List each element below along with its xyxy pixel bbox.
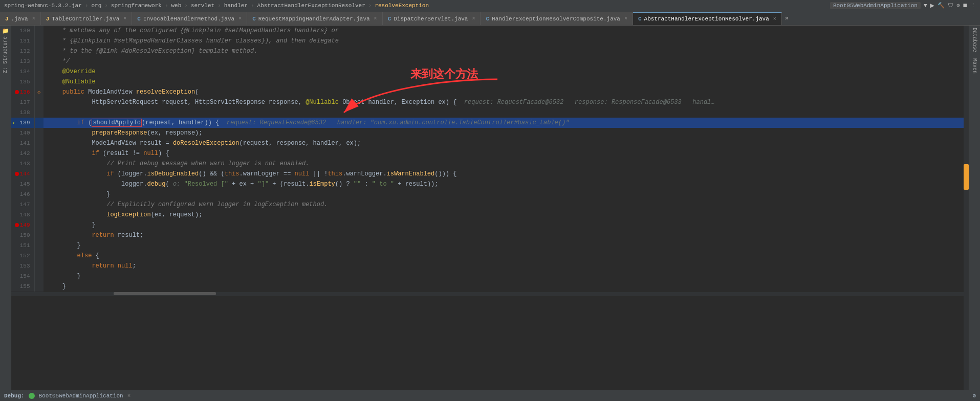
line-num-133: 133 (11, 56, 34, 66)
line-num-141: 141 (11, 138, 34, 148)
scrollbar-horizontal[interactable] (11, 292, 969, 296)
line-num-130: 130 (11, 26, 34, 36)
bc-springframework: springframework (111, 3, 162, 9)
code-line-144: if (logger.isDebugEnabled() && (this.war… (43, 169, 969, 179)
bc-servlet: servlet (191, 3, 214, 9)
debug-arrow-indicator: → (11, 119, 14, 127)
tab-he-close[interactable]: × (624, 16, 627, 21)
gutter-140 (34, 128, 43, 138)
debug-app-name: Boot05WebAdminApplication (39, 393, 123, 399)
debug-gear-button[interactable]: ⚙ (972, 392, 976, 399)
line-num-148: 148 (11, 210, 34, 220)
code-scroll[interactable]: 来到这个方法 130 * matches (11, 26, 969, 390)
top-bar: spring-webmvc-5.3.2.jar › org › springfr… (0, 0, 980, 11)
debug-bar: Debug: Boot05WebAdminApplication × ⚙ (0, 390, 980, 401)
gutter-146 (34, 189, 43, 199)
bc-class: AbstractHandlerExceptionResolver (257, 3, 365, 9)
line-num-153: 153 (11, 261, 34, 271)
tab-abstract-handler[interactable]: C AbstractHandlerExceptionResolver.java … (633, 12, 782, 25)
gutter-139 (34, 118, 43, 128)
tab-ah-close[interactable]: × (773, 16, 776, 22)
table-row: 146 } (11, 189, 969, 199)
bc-method: resolveException (375, 3, 429, 9)
project-icon[interactable]: 📁 (2, 28, 9, 34)
code-line-149: } (43, 220, 969, 230)
code-line-143: // Print debug message when warn logger … (43, 159, 969, 169)
build-button[interactable]: 🔨 (938, 2, 945, 9)
table-row: 136 ◇ public ModelAndView resolveExcepti… (11, 87, 969, 97)
tab-dispatcher[interactable]: C DispatcherServlet.java × (383, 12, 481, 25)
debug-close-button[interactable]: × (127, 393, 131, 399)
code-line-130: * matches any of the configured {@Linkpl… (43, 26, 969, 36)
run-controls: Boot05WebAdminApplication ▼ ▶ 🔨 🛡 ⚙ ■ ⋮ (830, 1, 976, 10)
tab-inv-icon: C (137, 16, 141, 22)
table-row: 154 } (11, 271, 969, 281)
table-row: 148 logException(ex, request); (11, 210, 969, 220)
gutter-130 (34, 26, 43, 36)
code-line-142: if (result != null) { (43, 148, 969, 159)
gutter-145 (34, 179, 43, 189)
scroll-indicator (964, 26, 969, 390)
tab-tc-label: TableController.java (52, 16, 119, 22)
line-num-149: 149 (11, 220, 34, 230)
tab-tc-close[interactable]: × (123, 16, 126, 21)
tab-inv-close[interactable]: × (238, 16, 242, 21)
code-line-140: prepareResponse(ex, response); (43, 128, 969, 138)
run-button[interactable]: ▶ (930, 1, 934, 10)
tab-invocable[interactable]: C InvocableHandlerMethod.java × (132, 12, 247, 25)
table-row: 145 logger.debug( o: "Resolved [" + ex +… (11, 179, 969, 189)
line-num-132: 132 (11, 46, 34, 56)
bc-web: web (171, 3, 182, 9)
code-line-150: return result; (43, 230, 969, 240)
tab-rm-close[interactable]: × (374, 16, 377, 21)
gutter-142 (34, 148, 43, 159)
left-sidebar: 📁 Z: Structure (0, 26, 11, 390)
table-row: 143 // Print debug message when warn log… (11, 159, 969, 169)
scrollbar-thumb-h[interactable] (114, 292, 216, 295)
settings-button[interactable]: ⚙ (956, 2, 960, 9)
tab-java[interactable]: J .java × (0, 12, 41, 25)
line-num-151: 151 (11, 240, 34, 251)
line-num-145: 145 (11, 179, 34, 189)
tab-ds-close[interactable]: × (472, 16, 475, 21)
code-line-152: else { (43, 251, 969, 261)
table-row: 132 * to the {@link #doResolveException}… (11, 46, 969, 56)
gutter-147 (34, 199, 43, 210)
line-num-150: 150 (11, 230, 34, 240)
code-line-133: */ (43, 56, 969, 66)
coverage-button[interactable]: 🛡 (948, 2, 953, 9)
gutter-133 (34, 56, 43, 66)
stop-button[interactable]: ■ (963, 2, 967, 10)
table-row: 155 } (11, 281, 969, 292)
tab-java-icon: J (5, 16, 9, 22)
table-row: 138 (11, 107, 969, 118)
tab-java-close[interactable]: × (32, 16, 35, 21)
debug-app-icon (29, 393, 35, 399)
tab-request-mapping[interactable]: C RequestMappingHandlerAdapter.java × (247, 12, 382, 25)
tab-table-controller[interactable]: J TableController.java × (41, 12, 133, 25)
database-label[interactable]: Database (972, 28, 977, 52)
gutter-141 (34, 138, 43, 148)
scroll-thumb[interactable] (964, 164, 969, 190)
code-line-136: public ModelAndView resolveException( (43, 87, 969, 97)
line-num-137: 137 (11, 97, 34, 107)
tab-inv-label: InvocableHandlerMethod.java (143, 16, 234, 22)
code-line-131: * {@linkplain #setMappedHandlerClasses h… (43, 36, 969, 46)
dropdown-icon[interactable]: ▼ (924, 3, 927, 9)
gutter-136: ◇ (34, 87, 43, 97)
tab-handler-exception[interactable]: C HandlerExceptionResolverComposite.java… (481, 12, 633, 25)
code-line-132: * to the {@link #doResolveException} tem… (43, 46, 969, 56)
debug-label: Debug: (4, 393, 25, 399)
code-line-141: ModelAndView result = doResolveException… (43, 138, 969, 148)
breadcrumb-sep1: › (85, 3, 89, 9)
tab-ah-icon: C (638, 16, 642, 22)
app-name[interactable]: Boot05WebAdminApplication (830, 2, 921, 9)
code-line-138 (43, 107, 969, 118)
more-button[interactable]: ⋮ (970, 2, 976, 9)
maven-label[interactable]: Maven (972, 58, 977, 74)
jar-name: spring-webmvc-5.3.2.jar (4, 3, 82, 9)
gutter-132 (34, 46, 43, 56)
structure-label[interactable]: Z: Structure (3, 36, 8, 73)
tabs-overflow[interactable]: » (782, 15, 792, 22)
tab-ah-label: AbstractHandlerExceptionResolver.java (644, 16, 769, 22)
